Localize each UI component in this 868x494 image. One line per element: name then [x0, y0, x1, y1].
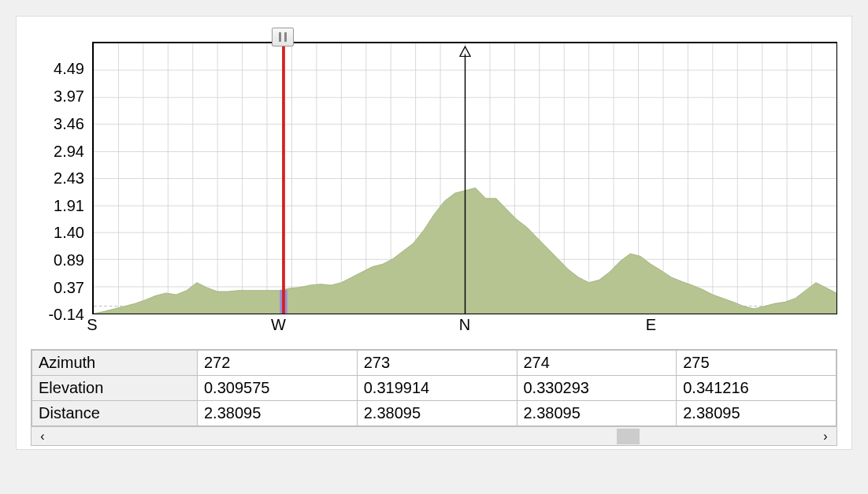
table-cell: 2.38095: [357, 401, 517, 426]
y-tick-label: 3.46: [54, 114, 84, 132]
scroll-right-icon[interactable]: ›: [814, 429, 836, 444]
row-header: Distance: [32, 401, 198, 426]
table-cell: 0.341216: [677, 376, 836, 401]
table-cell: 0.309575: [198, 376, 358, 401]
table-cell: 2.38095: [677, 401, 836, 426]
chart-area: -0.140.370.891.401.912.432.943.463.974.4…: [31, 23, 837, 338]
table-cell: 272: [198, 351, 358, 376]
y-tick-label: 3.97: [54, 87, 84, 106]
scroll-thumb[interactable]: [617, 429, 640, 444]
y-tick-label: -0.14: [48, 306, 84, 324]
x-tick-label: W: [271, 316, 286, 334]
row-header: Elevation: [32, 376, 198, 401]
table-cell: 274: [517, 351, 677, 376]
x-tick-label: S: [87, 316, 97, 334]
table-cell: 0.319914: [357, 376, 517, 401]
x-axis: SWNE: [92, 316, 837, 338]
horizontal-scrollbar[interactable]: ‹ ›: [32, 426, 836, 445]
table-cell: 273: [357, 351, 517, 376]
cursor-slider-handle[interactable]: [272, 28, 294, 46]
x-tick-label: E: [646, 316, 656, 334]
table-cell: 0.330293: [517, 376, 677, 401]
chart-panel: -0.140.370.891.401.912.432.943.463.974.4…: [16, 16, 852, 450]
y-tick-label: 2.94: [54, 142, 84, 160]
y-tick-label: 2.43: [54, 169, 84, 188]
elevation-plot[interactable]: [92, 42, 837, 314]
scroll-left-icon[interactable]: ‹: [32, 429, 54, 444]
row-header: Azimuth: [32, 351, 198, 376]
table-cell: 275: [677, 351, 836, 376]
scroll-track[interactable]: [54, 427, 814, 445]
y-tick-label: 0.89: [54, 251, 84, 269]
x-tick-label: N: [459, 316, 470, 334]
y-tick-label: 0.37: [54, 278, 84, 296]
table-cell: 2.38095: [517, 401, 677, 426]
y-tick-label: 4.49: [54, 60, 84, 78]
y-tick-label: 1.91: [54, 197, 84, 215]
data-table: Azimuth272273274275Elevation0.3095750.31…: [31, 349, 837, 446]
y-tick-label: 1.40: [54, 224, 84, 242]
y-axis: -0.140.370.891.401.912.432.943.463.974.4…: [31, 23, 89, 314]
table-cell: 2.38095: [198, 401, 358, 426]
